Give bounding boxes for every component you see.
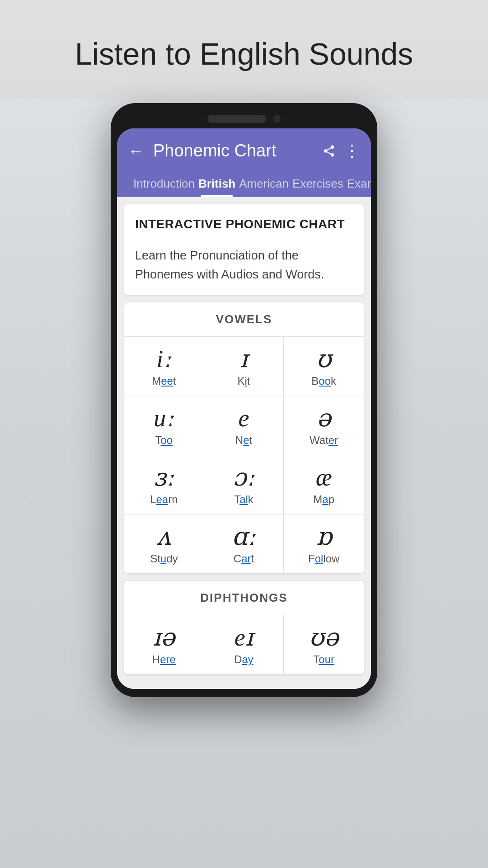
chart-card-title: INTERACTIVE PHONEMIC CHART xyxy=(135,217,353,231)
vowels-header: VOWELS xyxy=(124,302,364,337)
phoneme-word: Talk xyxy=(234,493,253,506)
share-icon[interactable] xyxy=(322,144,336,158)
app-bar-actions: ⋮ xyxy=(322,142,360,160)
phoneme-symbol: uː xyxy=(154,406,174,430)
vowel-cell-3[interactable]: uː Too xyxy=(124,396,204,455)
diphthong-cell-0[interactable]: ɪə Here xyxy=(124,615,204,675)
chart-card-desc: Learn the Pronunciation of the Phonemes … xyxy=(135,246,353,284)
phoneme-word: Book xyxy=(311,375,336,387)
phone-mockup: ← Phonemic Chart ⋮ Introduction British … xyxy=(111,103,377,697)
vowel-cell-1[interactable]: ɪ Kit xyxy=(204,337,284,396)
card-divider xyxy=(135,239,353,239)
diphthongs-grid: ɪə Here eɪ Day ʊə Tour xyxy=(124,615,364,675)
phoneme-symbol: iː xyxy=(156,347,171,371)
phoneme-symbol: ʊə xyxy=(309,625,338,650)
app-bar-top: ← Phonemic Chart ⋮ xyxy=(128,141,360,170)
phoneme-symbol: ɑː xyxy=(232,524,256,549)
phoneme-symbol: e xyxy=(239,406,249,430)
phoneme-word: Meet xyxy=(152,375,176,387)
tab-exercises[interactable]: Exercises xyxy=(291,170,345,197)
app-bar: ← Phonemic Chart ⋮ Introduction British … xyxy=(117,128,371,197)
content-area: INTERACTIVE PHONEMIC CHART Learn the Pro… xyxy=(117,197,371,689)
page-title: Listen to English Sounds xyxy=(48,0,441,99)
interactive-chart-card: INTERACTIVE PHONEMIC CHART Learn the Pro… xyxy=(124,204,364,295)
phoneme-symbol: ɔː xyxy=(233,465,254,490)
tab-exams[interactable]: Exams xyxy=(345,170,371,197)
vowel-cell-11[interactable]: ɒ Follow xyxy=(284,514,364,574)
phoneme-word: Day xyxy=(234,653,253,666)
vowel-cell-2[interactable]: ʊ Book xyxy=(284,337,364,396)
phoneme-word: Study xyxy=(150,552,178,565)
vowel-cell-7[interactable]: ɔː Talk xyxy=(204,455,284,514)
phone-screen: ← Phonemic Chart ⋮ Introduction British … xyxy=(117,128,371,689)
tabs-bar: Introduction British American Exercises … xyxy=(128,170,360,197)
phoneme-word: Here xyxy=(152,653,176,666)
phoneme-symbol: ʊ xyxy=(316,347,332,371)
tab-american[interactable]: American xyxy=(237,170,291,197)
phoneme-symbol: ʌ xyxy=(157,524,171,549)
phoneme-word: Learn xyxy=(150,493,178,506)
phone-camera xyxy=(273,115,281,123)
diphthong-cell-2[interactable]: ʊə Tour xyxy=(284,615,364,675)
phoneme-symbol: ɪ xyxy=(240,347,248,371)
vowel-cell-4[interactable]: e Net xyxy=(204,396,284,455)
vowel-cell-8[interactable]: æ Map xyxy=(284,455,364,514)
phoneme-word: Kit xyxy=(237,375,250,387)
diphthongs-header: DIPHTHONGS xyxy=(124,581,364,615)
tab-british[interactable]: British xyxy=(197,170,237,197)
phoneme-symbol: ɜː xyxy=(154,465,174,490)
phoneme-word: Cart xyxy=(234,552,254,565)
vowel-cell-5[interactable]: ə Water xyxy=(284,396,364,455)
phoneme-symbol: eɪ xyxy=(235,625,253,650)
phoneme-symbol: ə xyxy=(317,406,331,430)
vowel-cell-0[interactable]: iː Meet xyxy=(124,337,204,396)
phone-speaker xyxy=(207,115,266,123)
tab-introduction[interactable]: Introduction xyxy=(131,170,197,197)
phoneme-word: Water xyxy=(310,434,338,447)
vowels-grid: iː Meet ɪ Kit ʊ Book uː Too e Net ə Wate… xyxy=(124,337,364,574)
vowel-cell-10[interactable]: ɑː Cart xyxy=(204,514,284,574)
phone-notch xyxy=(117,111,371,128)
phoneme-symbol: æ xyxy=(316,465,332,490)
phoneme-word: Follow xyxy=(308,552,339,565)
phoneme-word: Map xyxy=(313,493,334,506)
phoneme-word: Net xyxy=(235,434,252,447)
vowel-cell-6[interactable]: ɜː Learn xyxy=(124,455,204,514)
phoneme-symbol: ɪə xyxy=(153,625,175,650)
vowel-cell-9[interactable]: ʌ Study xyxy=(124,514,204,574)
app-title: Phonemic Chart xyxy=(153,141,276,160)
phoneme-symbol: ɒ xyxy=(316,524,332,549)
phoneme-word: Tour xyxy=(313,653,334,666)
vowels-section: VOWELS iː Meet ɪ Kit ʊ Book uː Too e Net… xyxy=(124,302,364,574)
back-button[interactable]: ← xyxy=(128,142,144,160)
diphthong-cell-1[interactable]: eɪ Day xyxy=(204,615,284,675)
title-group: ← Phonemic Chart xyxy=(128,141,276,160)
background-area: Listen to English Sounds ← Phonemic Char… xyxy=(0,0,488,868)
phoneme-word: Too xyxy=(155,434,173,447)
more-options-icon[interactable]: ⋮ xyxy=(344,142,360,160)
diphthongs-section: DIPHTHONGS ɪə Here eɪ Day ʊə Tour xyxy=(124,581,364,675)
